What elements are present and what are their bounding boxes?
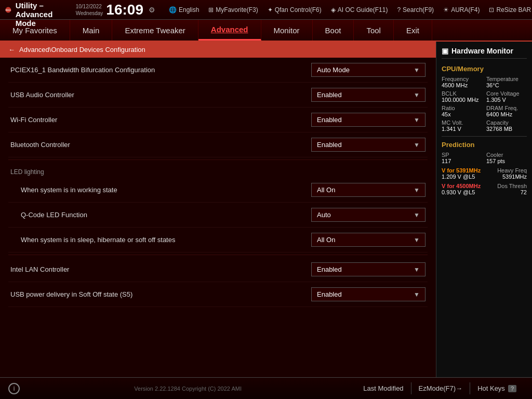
footer-left: i <box>8 383 20 394</box>
setting-usb-audio-label: USB Audio Controller <box>10 91 311 99</box>
aioc-label: AI OC Guide(F11) <box>338 6 388 14</box>
setting-intel-lan: Intel LAN Controller Enabled ▼ <box>8 257 428 282</box>
v5391-freq-value: 5391MHz <box>502 174 527 180</box>
last-modified-label: Last Modified <box>363 384 403 392</box>
topnav-language[interactable]: 🌐 English <box>169 6 199 14</box>
search-label: Search(F9) <box>403 6 434 14</box>
nav-tool[interactable]: Tool <box>354 20 394 41</box>
hardware-monitor-panel: ▣ Hardware Monitor CPU/Memory Frequency … <box>436 42 532 377</box>
left-panel: ← Advanced\Onboard Devices Configuration… <box>0 42 436 377</box>
footer-version: Version 2.22.1284 Copyright (C) 2022 AMI <box>20 385 356 392</box>
last-modified-button[interactable]: Last Modified <box>356 382 411 394</box>
svg-text:ROG: ROG <box>6 8 11 11</box>
v4500-row: V for 4500MHz Dos Thresh 0.930 V @L5 72 <box>442 183 527 195</box>
clock-area: 10/12/2022 Wednesday 16:09 ⚙ <box>76 3 155 17</box>
setting-led-sleep-select[interactable]: All On ▼ <box>311 233 425 247</box>
setting-wifi-select[interactable]: Enabled ▼ <box>311 113 425 127</box>
date-line2: Wednesday <box>76 10 103 17</box>
setting-pciex16-value: Auto Mode <box>317 66 409 74</box>
topnav-resizebar[interactable]: ⊡ ReSize BAR <box>489 6 531 14</box>
setting-pciex16-select[interactable]: Auto Mode ▼ <box>311 63 425 77</box>
hot-keys-question-icon: ? <box>508 385 516 392</box>
capacity-col: Capacity 32768 MB <box>486 119 527 132</box>
setting-wifi-value: Enabled <box>317 116 409 124</box>
myfavorite-icon: ⊞ <box>208 6 214 14</box>
dropdown-arrow-icon: ▼ <box>414 266 420 273</box>
top-bar: ROG UEFI BIOS Utility – Advanced Mode 10… <box>0 0 532 20</box>
nav-favorites[interactable]: My Favorites <box>0 20 70 41</box>
ez-mode-label: EzMode(F7)→ <box>419 384 463 392</box>
led-section-label: LED lighting <box>8 162 428 178</box>
footer-right: Last Modified EzMode(F7)→ Hot Keys ? <box>356 382 524 394</box>
ez-mode-button[interactable]: EzMode(F7)→ <box>411 382 471 394</box>
topnav-myfavorite[interactable]: ⊞ MyFavorite(F3) <box>208 6 258 14</box>
nav-advanced[interactable]: Advanced <box>198 20 261 41</box>
top-nav: 🌐 English ⊞ MyFavorite(F3) ✦ Qfan Contro… <box>169 6 531 14</box>
setting-bluetooth-select[interactable]: Enabled ▼ <box>311 138 425 152</box>
v4500-value: 0.930 V @L5 <box>442 189 475 195</box>
topnav-aioc[interactable]: ◈ AI OC Guide(F11) <box>331 6 388 14</box>
back-arrow-icon[interactable]: ← <box>8 46 15 54</box>
aura-icon: ☀ <box>443 6 449 14</box>
setting-bluetooth-label: Bluetooth Controller <box>10 141 311 149</box>
myfavorite-label: MyFavorite(F3) <box>216 6 258 14</box>
frequency-label: Frequency 4500 MHz <box>442 76 482 88</box>
setting-led-working: When system is in working state All On ▼ <box>8 178 428 203</box>
ratio-col: Ratio 45x <box>442 105 482 117</box>
nav-main[interactable]: Main <box>70 20 113 41</box>
qfan-label: Qfan Control(F6) <box>275 6 322 14</box>
resizebar-icon: ⊡ <box>489 6 494 14</box>
resizebar-label: ReSize BAR <box>496 6 531 14</box>
breadcrumb: ← Advanced\Onboard Devices Configuration <box>0 42 436 58</box>
v4500-thresh-label: Dos Thresh <box>497 183 527 189</box>
setting-led-qcode-value: Auto <box>317 211 409 219</box>
nav-exit[interactable]: Exit <box>394 20 432 41</box>
nav-boot[interactable]: Boot <box>313 20 354 41</box>
dropdown-arrow-icon: ▼ <box>414 66 420 74</box>
setting-bluetooth-value: Enabled <box>317 141 409 149</box>
topnav-aura[interactable]: ☀ AURA(F4) <box>443 6 480 14</box>
clock-settings-icon[interactable]: ⚙ <box>149 6 155 14</box>
v4500-thresh-value: 72 <box>521 189 527 195</box>
setting-usb-power-label: USB power delivery in Soft Off state (S5… <box>10 290 311 298</box>
setting-usb-power-select[interactable]: Enabled ▼ <box>311 287 425 301</box>
footer: i Version 2.22.1284 Copyright (C) 2022 A… <box>0 377 532 399</box>
v5391-label: V for 5391MHz <box>442 167 481 174</box>
core-voltage-col: Core Voltage 1.305 V <box>486 90 527 103</box>
breadcrumb-path: Advanced\Onboard Devices Configuration <box>19 46 145 54</box>
setting-intel-lan-value: Enabled <box>317 265 409 273</box>
qfan-icon: ✦ <box>268 6 273 14</box>
mc-volt-col: MC Volt. 1.341 V <box>442 119 482 132</box>
topnav-search[interactable]: ? Search(F9) <box>397 6 434 14</box>
prediction-title: Prediction <box>442 141 527 149</box>
rog-icon: ROG <box>5 2 11 18</box>
topnav-qfan[interactable]: ✦ Qfan Control(F6) <box>268 6 322 14</box>
hot-keys-button[interactable]: Hot Keys ? <box>470 382 524 394</box>
setting-led-working-label: When system is in working state <box>21 186 311 194</box>
hot-keys-label: Hot Keys <box>477 384 505 392</box>
setting-intel-lan-select[interactable]: Enabled ▼ <box>311 262 425 276</box>
setting-usb-audio-select[interactable]: Enabled ▼ <box>311 88 425 102</box>
setting-usb-audio-value: Enabled <box>317 91 409 99</box>
setting-wifi: Wi-Fi Controller Enabled ▼ <box>8 108 428 132</box>
language-label: English <box>179 6 199 14</box>
info-icon[interactable]: i <box>8 383 20 394</box>
divider-led <box>8 159 428 160</box>
setting-led-working-select[interactable]: All On ▼ <box>311 183 425 197</box>
main-nav: My Favorites Main Extreme Tweaker Advanc… <box>0 20 532 42</box>
dropdown-arrow-icon: ▼ <box>414 187 420 194</box>
v5391-row: V for 5391MHz Heavy Freq 1.209 V @L5 539… <box>442 167 527 180</box>
setting-led-qcode-select[interactable]: Auto ▼ <box>311 208 425 222</box>
nav-monitor[interactable]: Monitor <box>261 20 313 41</box>
cpu-memory-title: CPU/Memory <box>442 65 527 73</box>
setting-usb-power: USB power delivery in Soft Off state (S5… <box>8 282 428 307</box>
setting-wifi-label: Wi-Fi Controller <box>10 116 311 124</box>
setting-led-sleep: When system is in sleep, hibernate or so… <box>8 228 428 252</box>
v5391-value: 1.209 V @L5 <box>442 174 475 180</box>
setting-pciex16-label: PCIEX16_1 Bandwidth Bifurcation Configur… <box>10 66 311 74</box>
hw-divider <box>442 136 527 137</box>
hw-monitor-title: ▣ Hardware Monitor <box>442 47 527 59</box>
nav-extreme-tweaker[interactable]: Extreme Tweaker <box>112 20 198 41</box>
search-icon: ? <box>397 6 401 14</box>
setting-led-qcode-label: Q-Code LED Function <box>21 211 311 219</box>
